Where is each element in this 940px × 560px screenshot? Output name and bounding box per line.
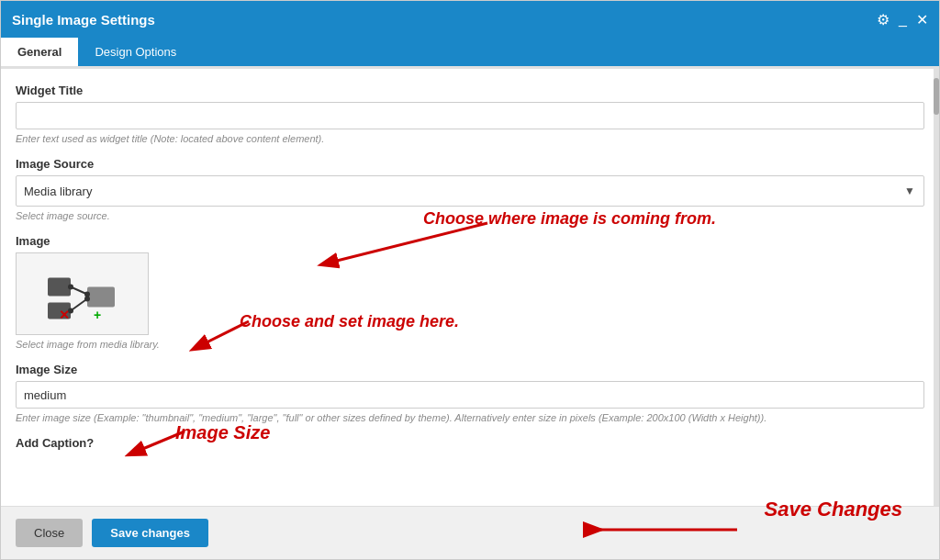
image-picker[interactable]: ✕ + [16,252,149,335]
save-button[interactable]: Save changes [92,519,208,547]
tab-design-options[interactable]: Design Options [78,38,193,66]
tab-general[interactable]: General [1,38,78,66]
close-button[interactable]: Close [16,519,83,547]
svg-text:✕: ✕ [59,308,70,322]
widget-title-label: Widget Title [16,84,924,97]
title-bar: Single Image Settings ⚙ _ ✕ [1,1,939,38]
image-source-select[interactable]: Media library External URL [16,175,924,207]
add-caption-group: Add Caption? [16,436,924,450]
window-controls: ⚙ _ ✕ [877,11,928,28]
svg-text:+: + [94,308,101,322]
add-caption-label: Add Caption? [16,436,924,450]
svg-rect-2 [87,287,115,308]
image-size-group: Image Size Enter image size (Example: "t… [16,363,924,423]
svg-rect-0 [48,278,71,297]
widget-title-input[interactable] [16,102,924,129]
image-source-label: Image Source [16,157,924,171]
svg-point-8 [84,297,90,302]
window-title: Single Image Settings [12,12,155,28]
tab-bar: General Design Options [1,38,939,69]
image-size-label: Image Size [16,363,924,376]
annotation-image-size: Image Size [120,427,194,476]
svg-line-4 [71,299,87,311]
widget-title-group: Widget Title Enter text used as widget t… [16,84,924,144]
svg-point-5 [68,285,73,290]
footer: Close Save changes Save Changes [1,506,939,559]
image-source-hint: Select image source. [16,210,924,221]
image-picker-icon: ✕ + [46,262,119,326]
image-label: Image [16,234,924,248]
settings-window: Single Image Settings ⚙ _ ✕ General Desi… [0,0,940,560]
scrollbar-thumb[interactable] [934,78,939,115]
arrow-image-size-svg [120,427,194,473]
gear-icon[interactable]: ⚙ [877,11,890,28]
image-size-hint: Enter image size (Example: "thumbnail", … [16,412,924,423]
image-size-input[interactable] [16,381,924,409]
image-source-select-wrapper: Media library External URL ▼ [16,175,924,207]
image-source-group: Image Source Media library External URL … [16,157,924,221]
content-area: Widget Title Enter text used as widget t… [1,69,939,506]
scrollbar[interactable] [934,69,939,506]
minimize-icon[interactable]: _ [899,11,907,28]
image-hint: Select image from media library. [16,339,924,350]
widget-title-hint: Enter text used as widget title (Note: l… [16,133,924,144]
close-icon[interactable]: ✕ [916,11,928,28]
arrow-save-svg [590,507,755,553]
image-group: Image ✕ + [16,234,924,350]
